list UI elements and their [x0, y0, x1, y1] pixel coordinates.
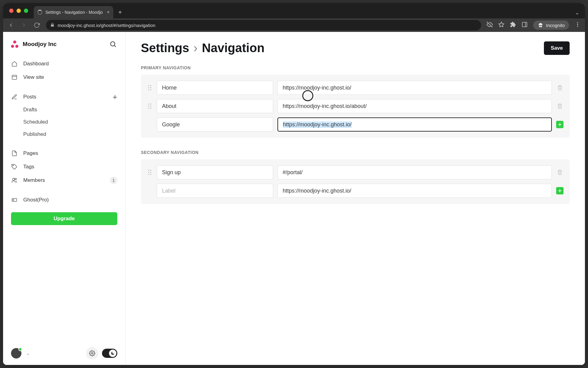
upgrade-button[interactable]: Upgrade	[11, 212, 117, 225]
svg-point-20	[150, 87, 151, 88]
members-icon	[11, 177, 18, 184]
chevron-right-icon: ›	[194, 41, 198, 55]
svg-point-7	[111, 42, 115, 46]
svg-point-5	[577, 24, 578, 25]
delete-row-button[interactable]	[556, 85, 564, 90]
svg-line-8	[115, 46, 116, 47]
drag-handle-icon[interactable]	[147, 103, 153, 109]
lock-icon	[50, 23, 55, 28]
nav-row	[147, 165, 564, 179]
svg-point-21	[148, 89, 149, 90]
nav-published[interactable]: Published	[7, 128, 122, 140]
tabs-dropdown-icon[interactable]: ⌄	[575, 9, 579, 16]
nav-label: View site	[23, 74, 44, 80]
extensions-icon[interactable]	[510, 21, 516, 29]
nav-posts[interactable]: Posts +	[7, 90, 122, 104]
tag-icon	[11, 163, 18, 170]
svg-marker-1	[499, 22, 504, 27]
nav-row	[147, 99, 564, 113]
search-button[interactable]	[109, 40, 117, 48]
nav-label-input[interactable]	[157, 165, 273, 179]
forward-button[interactable]	[18, 20, 29, 31]
close-window-button[interactable]	[9, 9, 13, 13]
nav-url-input[interactable]	[277, 99, 552, 113]
window-controls	[7, 3, 28, 18]
nav-members[interactable]: Members 1	[7, 174, 122, 187]
menu-icon[interactable]	[575, 21, 581, 29]
nav-url-input-focused[interactable]	[277, 117, 552, 132]
panel-icon[interactable]	[522, 21, 528, 29]
browser-addressbar: moodjoy-inc.ghost.io/ghost/#/settings/na…	[3, 18, 585, 32]
user-avatar[interactable]	[11, 348, 21, 358]
nav-url-input[interactable]	[277, 165, 552, 179]
delete-row-button[interactable]	[556, 170, 564, 175]
url-field[interactable]: moodjoy-inc.ghost.io/ghost/#/settings/na…	[46, 20, 481, 30]
add-row-button[interactable]: +	[556, 121, 564, 128]
svg-point-28	[150, 108, 151, 109]
breadcrumb-parent[interactable]: Settings	[141, 41, 189, 55]
dark-mode-toggle[interactable]	[102, 349, 117, 358]
delete-row-button[interactable]	[556, 103, 564, 109]
svg-point-32	[150, 172, 151, 173]
back-button[interactable]	[6, 20, 17, 31]
svg-point-31	[148, 172, 149, 173]
minimize-window-button[interactable]	[17, 9, 21, 13]
search-icon	[109, 40, 117, 48]
nav-label-input[interactable]	[157, 184, 273, 198]
nav-label-input[interactable]	[157, 117, 273, 132]
sidebar: Moodjoy Inc Dashboard View site Posts	[3, 32, 126, 365]
nav-tags[interactable]: Tags	[7, 160, 122, 174]
svg-point-6	[577, 26, 578, 27]
nav-ghost-pro[interactable]: Ghost(Pro)	[7, 193, 122, 207]
nav-pages[interactable]: Pages	[7, 147, 122, 160]
new-post-button[interactable]: +	[113, 92, 117, 102]
star-icon[interactable]	[498, 21, 504, 29]
drag-handle-icon[interactable]	[147, 170, 153, 175]
primary-nav-section-label: PRIMARY NAVIGATION	[141, 65, 570, 70]
svg-point-33	[148, 174, 149, 175]
nav-url-input[interactable]	[277, 81, 552, 95]
ghostpro-icon	[11, 197, 18, 203]
secondary-nav-panel: +	[141, 159, 570, 204]
svg-point-22	[150, 89, 151, 90]
svg-point-34	[150, 174, 151, 175]
main-content: Settings › Navigation Save PRIMARY NAVIG…	[126, 32, 585, 365]
incognito-chip[interactable]: Incognito	[533, 21, 569, 30]
svg-point-12	[13, 178, 15, 180]
settings-button[interactable]	[86, 347, 98, 359]
nav-label: Ghost(Pro)	[23, 197, 49, 203]
nav-label-input[interactable]	[157, 81, 273, 95]
svg-point-4	[577, 22, 578, 23]
nav-scheduled[interactable]: Scheduled	[7, 116, 122, 128]
new-tab-button[interactable]: +	[115, 7, 125, 17]
nav-label: Posts	[23, 94, 36, 100]
status-indicator-icon	[18, 347, 22, 351]
incognito-icon	[537, 22, 544, 28]
drag-handle-icon[interactable]	[147, 85, 153, 90]
nav-url-input[interactable]	[277, 184, 552, 198]
close-tab-button[interactable]: ×	[107, 10, 110, 15]
site-name[interactable]: Moodjoy Inc	[23, 41, 109, 48]
nav-row-new: +	[147, 184, 564, 198]
svg-point-25	[148, 105, 149, 106]
maximize-window-button[interactable]	[24, 9, 28, 13]
svg-point-30	[150, 170, 151, 171]
eye-off-icon[interactable]	[487, 21, 493, 29]
svg-point-13	[15, 178, 17, 180]
svg-point-19	[148, 87, 149, 88]
window-icon	[11, 74, 18, 81]
browser-tab[interactable]: Settings - Navigation - Moodjo ×	[34, 6, 113, 18]
svg-point-17	[148, 85, 149, 86]
nav-dashboard[interactable]: Dashboard	[7, 57, 122, 71]
reload-button[interactable]	[31, 20, 42, 31]
nav-label-input[interactable]	[157, 99, 273, 113]
add-row-button[interactable]: +	[556, 187, 564, 194]
svg-point-18	[150, 85, 151, 86]
save-button[interactable]: Save	[544, 41, 570, 55]
gear-icon	[89, 350, 95, 356]
nav-view-site[interactable]: View site	[7, 71, 122, 84]
nav-label: Pages	[23, 150, 38, 156]
nav-drafts[interactable]: Drafts	[7, 104, 122, 116]
nav-label: Members	[23, 177, 45, 183]
user-menu-caret-icon[interactable]: ⌄	[26, 351, 30, 356]
